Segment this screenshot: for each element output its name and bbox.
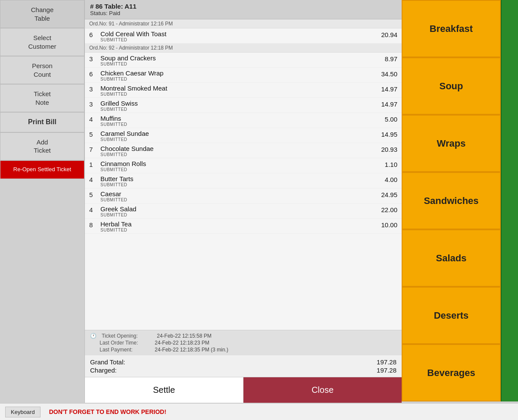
last-order-value: 24-Feb-22 12:18:23 PM — [155, 340, 209, 346]
table-row[interactable]: 4 Butter Tarts SUBMITTED 4.00 — [85, 173, 402, 188]
totals-area: Grand Total: 197.28 Charged: 197.28 — [85, 355, 402, 377]
order-header: # 86 Table: A11 Status: Paid — [85, 0, 402, 19]
table-row[interactable]: 1 Cinnamon Rolls SUBMITTED 1.10 — [85, 158, 402, 173]
order-area: # 86 Table: A11 Status: Paid Ord.No: 91 … — [85, 0, 402, 403]
table-row[interactable]: 5 Caesar SUBMITTED 24.95 — [85, 188, 402, 204]
order-footer: 🕐 Ticket Opening: 24-Feb-22 12:15:58 PM … — [85, 330, 402, 403]
table-row[interactable]: 3 Montreal Smoked Meat SUBMITTED 14.97 — [85, 83, 402, 98]
table-row[interactable]: 3 Grilled Swiss SUBMITTED 14.97 — [85, 98, 402, 113]
ticket-opening-value: 24-Feb-22 12:15:58 PM — [157, 333, 212, 339]
table-row[interactable]: 7 Chocolate Sundae SUBMITTED 20.93 — [85, 143, 402, 158]
soup-side-button[interactable] — [501, 57, 518, 115]
wraps-side-button[interactable] — [501, 115, 518, 172]
order-subheader-1: Ord.No: 91 - Administrator 12:16 PM — [85, 19, 402, 28]
category-row-sandwiches: Sandwiches — [402, 172, 518, 229]
table-row[interactable]: 4 Muffins SUBMITTED 5.00 — [85, 113, 402, 128]
category-row-breakfast: Breakfast — [402, 0, 518, 57]
beverages-side-button[interactable] — [501, 344, 518, 401]
category-row-deserts: Deserts — [402, 287, 518, 344]
salads-category-button[interactable]: Salads — [402, 229, 501, 287]
deserts-side-button[interactable] — [501, 287, 518, 344]
grand-total-label: Grand Total: — [90, 358, 125, 366]
last-payment-value: 24-Feb-22 12:18:35 PM (3 min.) — [155, 347, 228, 353]
category-row-beverages: Beverages — [402, 344, 518, 401]
grand-total-value: 197.28 — [377, 358, 396, 366]
keyboard-button[interactable]: Keyboard — [5, 407, 41, 417]
clock-icon: 🕐 — [90, 333, 97, 339]
sandwiches-category-button[interactable]: Sandwiches — [402, 172, 501, 229]
last-payment-label: Last Payment: — [100, 347, 151, 353]
select-customer-button[interactable]: Select Customer — [0, 28, 84, 56]
settle-button[interactable]: Settle — [85, 377, 243, 403]
ticket-note-button[interactable]: Ticket Note — [0, 84, 84, 112]
ticket-times: 🕐 Ticket Opening: 24-Feb-22 12:15:58 PM … — [85, 330, 402, 355]
table-row[interactable]: 6 Chicken Caesar Wrap SUBMITTED 34.50 — [85, 68, 402, 83]
table-row[interactable]: 4 Greek Salad SUBMITTED 22.00 — [85, 204, 402, 219]
category-row-wraps: Wraps — [402, 115, 518, 172]
table-row[interactable]: 8 Herbal Tea SUBMITTED 10.00 — [85, 219, 402, 234]
bottom-bar: Keyboard DON'T FORGET TO END WORK PERIOD… — [0, 403, 518, 420]
sidebar: Change Table Select Customer Person Coun… — [0, 0, 85, 403]
beverages-category-button[interactable]: Beverages — [402, 344, 501, 401]
work-period-warning: DON'T FORGET TO END WORK PERIOD! — [49, 408, 166, 415]
table-info: # 86 Table: A11 — [90, 3, 396, 10]
deserts-category-button[interactable]: Deserts — [402, 287, 501, 344]
change-table-button[interactable]: Change Table — [0, 0, 84, 28]
wraps-category-button[interactable]: Wraps — [402, 115, 501, 172]
close-button[interactable]: Close — [243, 377, 402, 403]
menu-categories: Breakfast Soup Wraps Sandwiches Salads D… — [402, 0, 518, 403]
order-list: Ord.No: 91 - Administrator 12:16 PM 6 Co… — [85, 19, 402, 330]
print-bill-button[interactable]: Print Bill — [0, 112, 84, 132]
breakfast-category-button[interactable]: Breakfast — [402, 0, 501, 57]
table-row[interactable]: 6 Cold Cereal With Toast SUBMITTED 20.94 — [85, 28, 402, 44]
person-count-button[interactable]: Person Count — [0, 56, 84, 84]
charged-value: 197.28 — [377, 367, 396, 374]
reopen-ticket-button[interactable]: Re-Open Settled Ticket — [0, 160, 84, 179]
action-buttons: Settle Close — [85, 377, 402, 403]
breakfast-side-button[interactable] — [501, 0, 518, 57]
charged-label: Charged: — [90, 367, 117, 374]
category-row-soup: Soup — [402, 57, 518, 115]
order-status: Status: Paid — [90, 10, 396, 16]
sandwiches-side-button[interactable] — [501, 172, 518, 229]
ticket-opening-label: Ticket Opening: — [102, 333, 153, 339]
order-subheader-2: Ord.No: 92 - Administrator 12:18 PM — [85, 44, 402, 53]
add-ticket-button[interactable]: Add Ticket — [0, 132, 84, 160]
soup-category-button[interactable]: Soup — [402, 57, 501, 115]
category-row-salads: Salads — [402, 229, 518, 287]
salads-side-button[interactable] — [501, 229, 518, 287]
table-row[interactable]: 5 Caramel Sundae SUBMITTED 14.95 — [85, 128, 402, 143]
last-order-label: Last Order Time: — [100, 340, 151, 346]
table-row[interactable]: 3 Soup and Crackers SUBMITTED 8.97 — [85, 53, 402, 68]
